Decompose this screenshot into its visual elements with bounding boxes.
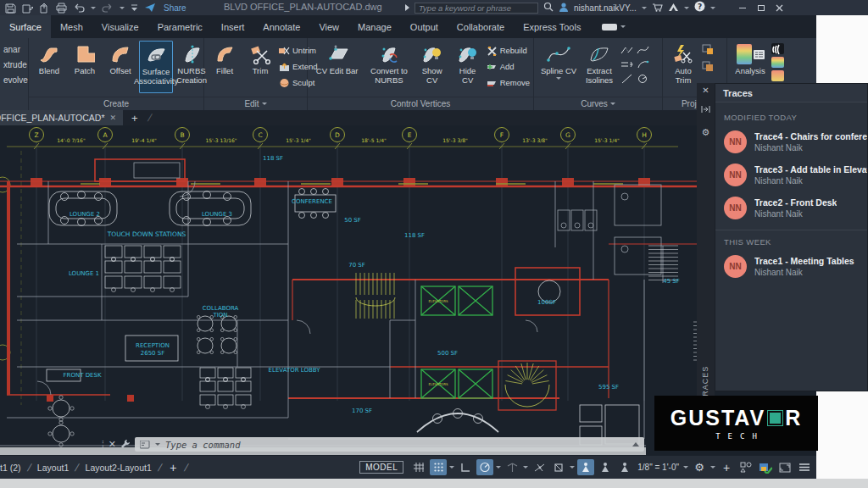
panel-label-curves[interactable]: Curves	[534, 97, 662, 110]
panel-label-edit[interactable]: Edit	[204, 97, 307, 110]
tab-visualize[interactable]: Visualize	[92, 15, 148, 38]
layout-tab-clipped[interactable]: t1 (2)	[0, 463, 26, 473]
snap-dropdown-icon[interactable]	[449, 466, 454, 469]
save-icon[interactable]	[5, 3, 16, 14]
recent-commands-icon[interactable]	[140, 437, 152, 452]
app-store-icon[interactable]	[652, 0, 663, 15]
project-view-icon[interactable]	[702, 60, 714, 75]
user-avatar-icon[interactable]	[559, 0, 569, 15]
add-button[interactable]: Add	[487, 59, 530, 74]
drawing-tab-close-icon[interactable]: ✕	[110, 114, 117, 122]
panel-label-control-vertices[interactable]: Control Vertices	[308, 97, 533, 110]
status-bar-menu-icon[interactable]	[796, 459, 813, 475]
hide-cv-button[interactable]: Hide CV	[451, 41, 485, 93]
isometric-drafting-button[interactable]	[504, 459, 520, 475]
trace-item[interactable]: NNTrace1 - Meeting TablesNishant Naik	[715, 250, 867, 283]
command-grip-icon[interactable]: ⁞	[102, 440, 104, 449]
settings-dropdown-icon[interactable]	[710, 466, 715, 469]
palette-autohide-pin-icon[interactable]	[701, 102, 710, 117]
clean-screen-button[interactable]	[776, 459, 793, 475]
iso-dropdown-icon[interactable]	[523, 466, 528, 469]
close-button[interactable]	[773, 2, 787, 14]
maximize-button[interactable]	[754, 2, 768, 14]
help-dropdown-icon[interactable]	[710, 7, 715, 9]
patch-button[interactable]: Patch	[68, 41, 102, 93]
trace-item[interactable]: NNTrace3 - Add table in ElevatorNishant …	[715, 158, 867, 191]
tab-mesh[interactable]: Mesh	[51, 15, 92, 38]
palette-settings-gear-icon[interactable]: ⚙	[702, 124, 710, 139]
export-icon[interactable]	[39, 3, 50, 14]
layout-tab-2[interactable]: Layout2-Layout1	[81, 463, 157, 473]
circle-button[interactable]	[635, 72, 650, 86]
cv-edit-bar-button[interactable]: CV Edit Bar	[311, 41, 363, 93]
trim-button[interactable]: Trim	[243, 41, 277, 93]
tab-express-tools[interactable]: Express Tools	[514, 15, 590, 38]
nurbs-creation-button[interactable]: NURBS Creation	[175, 41, 209, 93]
keyword-search-input[interactable]	[415, 3, 538, 14]
grid-display-button[interactable]	[410, 459, 427, 475]
fillet-button[interactable]: Fillet	[208, 41, 242, 93]
user-dropdown-icon[interactable]	[642, 7, 647, 9]
undo-button[interactable]	[73, 3, 85, 13]
layout-tab-1[interactable]: Layout1	[32, 463, 74, 473]
palette-close-icon[interactable]: ✕	[702, 86, 709, 95]
draft-analysis-icon[interactable]	[771, 70, 784, 81]
object-snap-button[interactable]	[550, 459, 567, 475]
new-layout-button[interactable]: +	[163, 461, 183, 474]
share-button[interactable]: Share	[164, 3, 186, 13]
arc-button[interactable]	[635, 58, 650, 71]
tab-annotate[interactable]: Annotate	[253, 15, 309, 38]
annotation-scale-icon[interactable]	[616, 459, 633, 475]
autodesk-logo-icon[interactable]	[668, 0, 679, 15]
graphics-performance-button[interactable]	[757, 459, 774, 475]
command-history-icon[interactable]	[632, 442, 639, 446]
current-annotation-scale[interactable]: 1/8" = 1'-0"	[636, 463, 681, 472]
undo-dropdown-icon[interactable]	[91, 7, 96, 9]
spline-cv-button[interactable]: Spline CV	[537, 41, 580, 93]
panel-label-create[interactable]: Create	[29, 97, 203, 110]
tab-output[interactable]: Output	[401, 15, 448, 38]
convert-to-nurbs-button[interactable]: Convert to NURBS	[364, 41, 413, 93]
autoscale-button[interactable]	[597, 459, 614, 475]
model-space-button[interactable]: MODEL	[359, 461, 403, 474]
save-as-icon[interactable]	[22, 3, 33, 14]
offset-curve-button[interactable]	[619, 58, 634, 71]
workspace-settings-icon[interactable]: ⚙	[691, 459, 708, 475]
tab-parametric[interactable]: Parametric	[148, 15, 212, 38]
autodesk-dropdown-icon[interactable]	[684, 7, 689, 9]
redo-dropdown-icon[interactable]	[120, 7, 125, 9]
customization-wrench-icon[interactable]	[120, 437, 131, 452]
tab-surface[interactable]: Surface	[0, 15, 51, 38]
surface-associativity-button[interactable]: Surface Associativity	[139, 41, 173, 93]
auto-trim-button[interactable]: Auto Trim	[666, 41, 700, 93]
share-icon[interactable]	[144, 3, 156, 13]
search-expand-icon[interactable]	[405, 4, 409, 11]
command-close-icon[interactable]: ✕	[108, 439, 116, 450]
line-button[interactable]	[619, 72, 634, 86]
osnap-dropdown-icon[interactable]	[570, 466, 575, 469]
rebuild-button[interactable]: Rebuild	[487, 43, 530, 58]
tab-view[interactable]: View	[309, 15, 348, 38]
curvature-analysis-icon[interactable]	[771, 57, 784, 68]
blend-curves-button[interactable]	[619, 43, 634, 57]
ortho-mode-button[interactable]	[457, 459, 474, 475]
customization-plus-button[interactable]: +	[718, 459, 735, 475]
customize-toolbar-icon[interactable]	[131, 4, 138, 12]
trace-item[interactable]: NNTrace2 - Front DeskNishant Naik	[715, 191, 867, 225]
scale-dropdown-icon[interactable]	[683, 466, 688, 469]
extract-isolines-button[interactable]: Extract Isolines	[581, 41, 617, 93]
annotation-visibility-button[interactable]	[577, 459, 594, 475]
blend-button[interactable]: Blend	[32, 41, 66, 93]
object-snap-tracking-button[interactable]	[531, 459, 548, 475]
remove-button[interactable]: Remove	[487, 75, 530, 90]
signed-in-user[interactable]: nishant.naikVY...	[574, 3, 637, 13]
polar-tracking-button[interactable]	[476, 459, 493, 475]
command-input-bar[interactable]	[135, 437, 644, 452]
trace-item[interactable]: NNTrace4 - Chairs for conferenceNishant …	[715, 125, 867, 158]
zebra-analysis-icon[interactable]	[771, 43, 784, 54]
command-input[interactable]	[164, 439, 629, 451]
snap-mode-button[interactable]	[430, 459, 447, 475]
polar-dropdown-icon[interactable]	[496, 466, 501, 469]
print-icon[interactable]	[56, 3, 67, 14]
minimize-button[interactable]	[736, 2, 749, 14]
